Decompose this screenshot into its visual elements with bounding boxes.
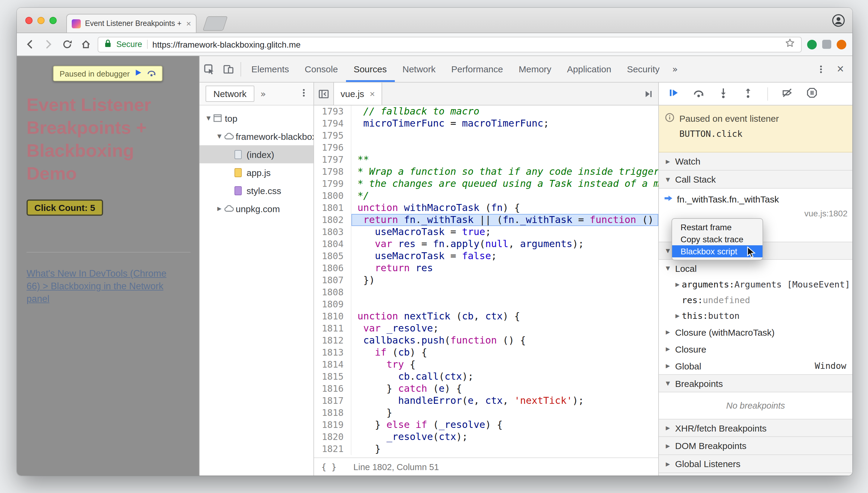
code-text[interactable] <box>351 298 658 310</box>
scope-section-disclosure-icon[interactable]: ▶ <box>664 329 672 335</box>
scope-section-disclosure-icon[interactable]: ▶ <box>664 346 672 352</box>
line-number[interactable]: 1803 <box>314 226 351 238</box>
line-number[interactable]: 1817 <box>314 395 351 407</box>
editor-more-tabs-icon[interactable] <box>643 88 653 99</box>
code-text[interactable]: useMacroTask = false; <box>351 250 658 262</box>
line-number[interactable]: 1794 <box>314 117 351 130</box>
device-toolbar-icon[interactable] <box>219 64 238 74</box>
code-text[interactable]: } <box>351 443 658 455</box>
line-number[interactable]: 1806 <box>314 262 351 274</box>
line-number[interactable]: 1796 <box>314 142 351 154</box>
line-number[interactable]: 1804 <box>314 238 351 250</box>
devtools-tab-sources[interactable]: Sources <box>346 56 394 82</box>
devtools-tab-security[interactable]: Security <box>619 56 667 82</box>
minimize-window-button[interactable] <box>37 17 45 24</box>
line-number[interactable]: 1812 <box>314 335 351 346</box>
hide-navigator-icon[interactable] <box>318 88 329 99</box>
click-count-button[interactable]: Click Count: 5 <box>26 199 103 216</box>
address-bar[interactable]: Secure https://framework-blackboxing.gli… <box>97 37 802 52</box>
scope-disclosure-icon[interactable]: ▼ <box>664 248 672 254</box>
navigator-item-index[interactable]: (index) <box>199 145 313 163</box>
line-number[interactable]: 1805 <box>314 250 351 262</box>
navigator-item-framework-blackboxing-glitch-me[interactable]: ▼framework-blackboxing.glitch.me <box>199 127 313 145</box>
navigator-menu-icon[interactable] <box>299 88 309 100</box>
line-number[interactable]: 1814 <box>314 359 351 371</box>
code-text[interactable]: try { <box>351 359 658 371</box>
scope-variable-arguments[interactable]: ▶arguments: Arguments [MouseEvent] <box>659 277 852 292</box>
more-panels-icon[interactable]: » <box>668 64 682 74</box>
section-watch[interactable]: ▶ Watch <box>659 152 852 171</box>
line-number[interactable]: 1808 <box>314 286 351 298</box>
home-icon[interactable] <box>79 38 92 51</box>
devtools-close-icon[interactable]: × <box>833 62 847 76</box>
code-view[interactable]: 1793 // fallback to macro1794 microTimer… <box>314 105 658 457</box>
line-number[interactable]: 1797 <box>314 154 351 166</box>
close-window-button[interactable] <box>25 17 32 24</box>
code-text[interactable]: callbacks.push(function () { <box>351 335 658 346</box>
pause-on-exceptions-icon[interactable] <box>806 87 817 100</box>
line-number[interactable]: 1795 <box>314 130 351 142</box>
code-text[interactable]: }) <box>351 274 658 286</box>
code-text[interactable]: handleError(e, ctx, 'nextTick'); <box>351 395 658 407</box>
browser-menu-update-icon[interactable] <box>837 40 846 49</box>
devtools-tab-application[interactable]: Application <box>559 56 619 82</box>
whats-new-link[interactable]: What's New In DevTools (Chrome 66) > Bla… <box>26 267 170 305</box>
global-listeners-disclosure-icon[interactable]: ▶ <box>664 461 672 467</box>
code-text[interactable]: _resolve(ctx); <box>351 431 658 443</box>
section-call-stack[interactable]: ▼ Call Stack <box>659 171 852 189</box>
scope-section-local[interactable]: ▼Local <box>659 260 852 277</box>
devtools-tab-performance[interactable]: Performance <box>443 56 511 82</box>
call-stack-disclosure-icon[interactable]: ▼ <box>664 176 672 182</box>
watch-disclosure-icon[interactable]: ▶ <box>664 158 672 164</box>
section-global-listeners[interactable]: ▶ Global Listeners <box>659 455 852 473</box>
forward-icon[interactable] <box>42 38 55 51</box>
scope-variable-disclosure-icon[interactable]: ▶ <box>673 313 682 319</box>
line-number[interactable]: 1802 <box>314 214 351 226</box>
pretty-print-icon[interactable]: { } <box>321 462 337 472</box>
line-number[interactable]: 1809 <box>314 298 351 310</box>
code-text[interactable]: return fn._withTask || (fn._withTask = f… <box>351 214 658 226</box>
inspect-element-icon[interactable] <box>199 64 219 74</box>
line-number[interactable]: 1798 <box>314 166 351 178</box>
editor-tab-close-icon[interactable]: × <box>369 89 375 99</box>
navigator-more-tabs-icon[interactable]: » <box>260 88 266 99</box>
section-event-listener-breakpoints[interactable]: ▼ Event Listener Breakpoints <box>659 473 852 475</box>
xhr-disclosure-icon[interactable]: ▶ <box>664 425 672 431</box>
back-icon[interactable] <box>23 38 36 51</box>
code-text[interactable]: * Wrap a function so that if any code in… <box>351 166 658 178</box>
code-text[interactable]: var _resolve; <box>351 322 658 335</box>
scope-section-closure-withmacrotask[interactable]: ▶Closure (withMacroTask) <box>659 324 852 341</box>
scope-section-global[interactable]: ▶GlobalWindow <box>659 358 852 374</box>
devtools-tab-elements[interactable]: Elements <box>243 56 297 82</box>
code-text[interactable] <box>351 286 658 298</box>
call-stack-frame[interactable]: fn._withTask.fn._withTask vue.js:1802 <box>659 189 852 222</box>
step-into-icon[interactable] <box>718 87 729 100</box>
context-menu-item-restart-frame[interactable]: Restart frame <box>672 221 762 233</box>
code-text[interactable]: // fallback to macro <box>351 105 658 117</box>
line-number[interactable]: 1807 <box>314 274 351 286</box>
navigator-item-top[interactable]: ▼top <box>199 109 313 127</box>
line-number[interactable]: 1811 <box>314 322 351 335</box>
line-number[interactable]: 1800 <box>314 190 351 202</box>
line-number[interactable]: 1819 <box>314 419 351 431</box>
scope-section-disclosure-icon[interactable]: ▶ <box>664 363 672 369</box>
line-number[interactable]: 1821 <box>314 443 351 455</box>
line-number[interactable]: 1816 <box>314 383 351 395</box>
line-number[interactable]: 1801 <box>314 202 351 214</box>
zoom-window-button[interactable] <box>49 17 57 24</box>
browser-tab[interactable]: Event Listener Breakpoints + B × <box>66 14 196 33</box>
navigator-item-app-js[interactable]: app.js <box>199 163 313 181</box>
line-number[interactable]: 1815 <box>314 371 351 383</box>
tree-disclosure-icon[interactable]: ▶ <box>215 206 224 212</box>
navigator-tab-network[interactable]: Network <box>205 86 254 102</box>
navigator-item-style-css[interactable]: style.css <box>199 181 313 199</box>
tree-disclosure-icon[interactable]: ▼ <box>204 115 213 121</box>
section-breakpoints[interactable]: ▼ Breakpoints <box>659 374 852 392</box>
extension-icon-2[interactable] <box>822 40 831 49</box>
extension-icon-1[interactable] <box>807 40 817 49</box>
code-text[interactable]: unction nextTick (cb, ctx) { <box>351 310 658 322</box>
code-text[interactable] <box>351 130 658 142</box>
step-out-icon[interactable] <box>743 87 754 100</box>
dom-disclosure-icon[interactable]: ▶ <box>664 443 672 449</box>
code-text[interactable]: */ <box>351 190 658 202</box>
